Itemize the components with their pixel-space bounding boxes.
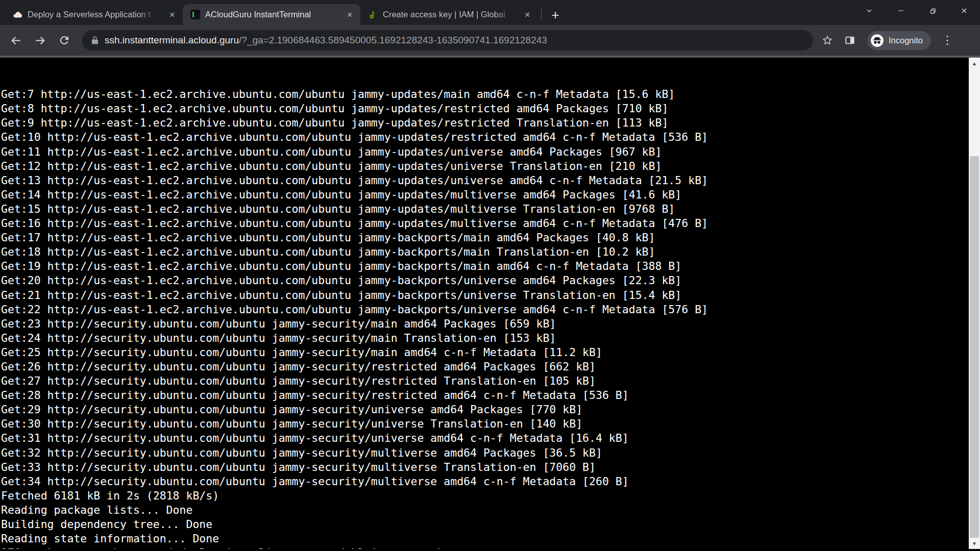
terminal-line: Get:25 http://security.ubuntu.com/ubuntu… bbox=[1, 345, 969, 360]
terminal-line: Get:33 http://security.ubuntu.com/ubuntu… bbox=[1, 460, 969, 474]
tab-search-button[interactable] bbox=[853, 0, 885, 21]
tab-bar: Deploy a Serverless Application t ✕ AClo… bbox=[0, 0, 980, 25]
close-window-button[interactable] bbox=[948, 0, 980, 21]
terminal-line: Fetched 6181 kB in 2s (2818 kB/s) bbox=[1, 489, 969, 503]
terminal-line: Reading package lists... Done bbox=[1, 503, 969, 517]
key-icon bbox=[368, 10, 378, 20]
page-content: Get:7 http://us-east-1.ec2.archive.ubunt… bbox=[0, 58, 980, 549]
terminal-line: Get:22 http://us-east-1.ec2.archive.ubun… bbox=[1, 303, 969, 317]
close-icon[interactable]: ✕ bbox=[521, 8, 534, 21]
terminal-line: Get:12 http://us-east-1.ec2.archive.ubun… bbox=[1, 159, 969, 173]
forward-button[interactable] bbox=[28, 29, 52, 53]
terminal-line: Get:24 http://security.ubuntu.com/ubuntu… bbox=[1, 331, 969, 345]
terminal-line: Get:16 http://us-east-1.ec2.archive.ubun… bbox=[1, 216, 969, 231]
terminal-line: Get:26 http://security.ubuntu.com/ubuntu… bbox=[1, 360, 969, 374]
lock-icon bbox=[90, 36, 100, 45]
terminal-line: Get:14 http://us-east-1.ec2.archive.ubun… bbox=[1, 188, 969, 202]
incognito-badge: Incognito bbox=[867, 31, 931, 50]
bookmark-star-button[interactable] bbox=[816, 29, 839, 52]
terminal-icon bbox=[190, 10, 200, 20]
terminal-line: Get:27 http://security.ubuntu.com/ubuntu… bbox=[1, 374, 969, 388]
incognito-label: Incognito bbox=[889, 36, 923, 45]
cloud-icon bbox=[12, 10, 22, 20]
restore-button[interactable] bbox=[917, 0, 948, 21]
terminal-output[interactable]: Get:7 http://us-east-1.ec2.archive.ubunt… bbox=[0, 58, 969, 549]
terminal-line: Get:32 http://security.ubuntu.com/ubuntu… bbox=[1, 446, 969, 460]
close-icon[interactable]: ✕ bbox=[165, 8, 179, 21]
terminal-scrollbar[interactable]: ▲ ▼ bbox=[969, 58, 980, 549]
url-host: ssh.instantterminal.acloud.guru bbox=[105, 35, 239, 45]
tab-instantterminal[interactable]: ACloudGuru InstantTerminal ✕ bbox=[183, 4, 360, 25]
tab-title: ACloudGuru InstantTerminal bbox=[205, 10, 338, 19]
terminal-line: Get:8 http://us-east-1.ec2.archive.ubunt… bbox=[1, 102, 969, 116]
reload-button[interactable] bbox=[52, 29, 76, 53]
terminal-line: Get:28 http://security.ubuntu.com/ubuntu… bbox=[1, 388, 969, 403]
terminal-line: Get:11 http://us-east-1.ec2.archive.ubun… bbox=[1, 145, 969, 159]
browser-toolbar: ssh.instantterminal.acloud.guru/?_ga=2.1… bbox=[0, 25, 980, 58]
terminal-line: Get:31 http://security.ubuntu.com/ubuntu… bbox=[1, 431, 969, 445]
terminal-scrollback: Get:7 http://us-east-1.ec2.archive.ubunt… bbox=[1, 87, 969, 549]
terminal-line: Get:23 http://security.ubuntu.com/ubuntu… bbox=[1, 317, 969, 331]
terminal-line: Get:17 http://us-east-1.ec2.archive.ubun… bbox=[1, 231, 969, 245]
tab-deploy-serverless[interactable]: Deploy a Serverless Application t ✕ bbox=[5, 4, 183, 25]
terminal-line: Get:7 http://us-east-1.ec2.archive.ubunt… bbox=[1, 87, 969, 102]
terminal-line: Get:19 http://us-east-1.ec2.archive.ubun… bbox=[1, 259, 969, 273]
tab-create-access-key[interactable]: Create access key | IAM | Global ✕ bbox=[360, 4, 538, 25]
new-tab-button[interactable]: + bbox=[547, 6, 564, 23]
scrollbar-thumb[interactable] bbox=[970, 156, 979, 538]
terminal-line: Get:30 http://security.ubuntu.com/ubuntu… bbox=[1, 417, 969, 431]
scroll-down-arrow-icon[interactable]: ▼ bbox=[969, 538, 980, 549]
back-button[interactable] bbox=[4, 29, 28, 53]
tab-title: Deploy a Serverless Application t bbox=[28, 10, 160, 19]
address-bar[interactable]: ssh.instantterminal.acloud.guru/?_ga=2.1… bbox=[82, 30, 813, 51]
minimize-button[interactable] bbox=[885, 0, 917, 21]
side-panel-button[interactable] bbox=[839, 29, 861, 52]
terminal-line: Get:15 http://us-east-1.ec2.archive.ubun… bbox=[1, 202, 969, 216]
browser-menu-button[interactable]: ⋮ bbox=[936, 29, 959, 52]
terminal-line: Get:18 http://us-east-1.ec2.archive.ubun… bbox=[1, 245, 969, 259]
terminal-line: Reading state information... Done bbox=[1, 532, 969, 546]
url-text: ssh.instantterminal.acloud.guru/?_ga=2.1… bbox=[105, 35, 547, 46]
terminal-line: Get:9 http://us-east-1.ec2.archive.ubunt… bbox=[1, 116, 969, 130]
close-icon[interactable]: ✕ bbox=[343, 8, 356, 21]
terminal-line: Get:21 http://us-east-1.ec2.archive.ubun… bbox=[1, 288, 969, 303]
url-query: /?_ga=2.190684463.589450005.1692128243-1… bbox=[239, 35, 547, 45]
terminal-line: Get:13 http://us-east-1.ec2.archive.ubun… bbox=[1, 173, 969, 188]
terminal-line: Get:34 http://security.ubuntu.com/ubuntu… bbox=[1, 474, 969, 489]
scroll-up-arrow-icon[interactable]: ▲ bbox=[969, 58, 980, 69]
terminal-line: Building dependency tree... Done bbox=[1, 517, 969, 532]
terminal-line: Get:10 http://us-east-1.ec2.archive.ubun… bbox=[1, 130, 969, 144]
window-controls bbox=[853, 0, 980, 21]
incognito-icon bbox=[870, 34, 884, 47]
tab-divider bbox=[541, 9, 542, 20]
tab-title: Create access key | IAM | Global bbox=[383, 10, 516, 19]
terminal-line: 170 packages can be upgraded. Run 'apt l… bbox=[1, 546, 969, 549]
terminal-line: Get:29 http://security.ubuntu.com/ubuntu… bbox=[1, 403, 969, 417]
terminal-line: Get:20 http://us-east-1.ec2.archive.ubun… bbox=[1, 273, 969, 288]
